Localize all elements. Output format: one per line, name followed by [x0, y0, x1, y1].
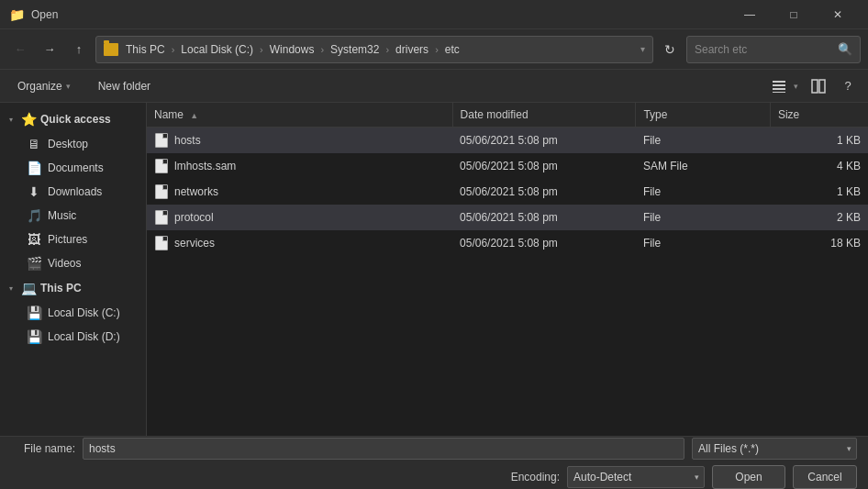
column-type[interactable]: Type [636, 103, 771, 128]
breadcrumb-etc: etc [445, 43, 460, 56]
title-bar: 📁 Open — □ ✕ [0, 0, 868, 29]
sidebar-item-documents[interactable]: 📄 Documents [0, 156, 146, 180]
maximize-button[interactable]: □ [773, 0, 815, 29]
column-name[interactable]: Name ▲ [147, 103, 452, 128]
svg-rect-4 [812, 80, 818, 93]
svg-rect-2 [773, 88, 785, 90]
svg-rect-3 [773, 92, 785, 93]
file-name-cell: networks [147, 179, 452, 205]
folder-icon [104, 43, 118, 56]
this-pc-label: This PC [40, 282, 82, 295]
file-name-cell: lmhosts.sam [147, 153, 452, 179]
organize-dropdown-icon: ▾ [66, 82, 71, 91]
quick-access-icon: ⭐ [20, 112, 37, 127]
sidebar-item-pictures[interactable]: 🖼 Pictures [0, 228, 146, 251]
pane-icon [811, 79, 826, 94]
table-row[interactable]: networks 05/06/2021 5:08 pm File 1 KB [147, 179, 868, 205]
help-button[interactable]: ? [835, 73, 861, 99]
view-list-button[interactable] [766, 73, 792, 99]
encoding-select[interactable]: Auto-DetectUTF-8UTF-16ANSI [567, 466, 705, 488]
sidebar-section-quick-access[interactable]: ▾ ⭐ Quick access [0, 106, 146, 132]
local-c-icon: 💾 [26, 306, 42, 320]
file-type-wrapper[interactable]: All Files (*.*)Text Files (*.txt)All Fil… [692, 438, 857, 460]
sidebar-item-music[interactable]: 🎵 Music [0, 204, 146, 228]
file-size: 18 KB [770, 230, 868, 256]
music-icon: 🎵 [26, 208, 42, 223]
encoding-wrapper[interactable]: Auto-DetectUTF-8UTF-16ANSI ▾ [567, 466, 705, 488]
sidebar: ▾ ⭐ Quick access 🖥 Desktop 📄 Documents ⬇… [0, 103, 147, 436]
sidebar-local-c-label: Local Disk (C:) [48, 306, 120, 319]
view-controls: ▾ ? [766, 73, 861, 99]
search-icon: 🔍 [838, 42, 852, 56]
sidebar-item-desktop[interactable]: 🖥 Desktop [0, 132, 146, 156]
search-box[interactable]: 🔍 [686, 36, 861, 63]
breadcrumb-windows: Windows [270, 43, 315, 56]
open-button[interactable]: Open [712, 465, 785, 489]
filename-row: File name: All Files (*.*)Text Files (*.… [11, 438, 857, 460]
file-type: File [636, 205, 771, 230]
file-modified: 05/06/2021 5:08 pm [452, 153, 636, 179]
breadcrumb-drivers: drivers [395, 43, 428, 56]
organize-button[interactable]: Organize ▾ [7, 74, 81, 98]
file-type: File [636, 179, 771, 205]
preview-pane-button[interactable] [806, 73, 831, 99]
table-row[interactable]: hosts 05/06/2021 5:08 pm File 1 KB [147, 128, 868, 153]
back-button[interactable]: ← [7, 37, 33, 62]
main-layout: ▾ ⭐ Quick access 🖥 Desktop 📄 Documents ⬇… [0, 103, 868, 436]
file-icon [154, 133, 169, 148]
file-size: 2 KB [770, 205, 868, 230]
sidebar-pictures-label: Pictures [48, 233, 87, 246]
file-type-select[interactable]: All Files (*.*)Text Files (*.txt)All Fil… [692, 438, 857, 460]
column-modified[interactable]: Date modified [452, 103, 636, 128]
file-table: Name ▲ Date modified Type Size [147, 103, 868, 256]
file-name-cell: hosts [147, 128, 452, 153]
forward-button[interactable]: → [37, 37, 62, 62]
svg-rect-0 [773, 81, 785, 83]
breadcrumb-localc: Local Disk (C:) [181, 43, 253, 56]
sidebar-documents-label: Documents [48, 161, 104, 174]
address-bar[interactable]: This PC › Local Disk (C:) › Windows › Sy… [95, 36, 653, 63]
column-size[interactable]: Size [770, 103, 868, 128]
file-modified: 05/06/2021 5:08 pm [452, 230, 636, 256]
new-folder-button[interactable]: New folder [88, 74, 161, 98]
sidebar-item-videos[interactable]: 🎬 Videos [0, 251, 146, 275]
quick-access-chevron: ▾ [6, 116, 17, 124]
file-size: 1 KB [770, 128, 868, 153]
sidebar-downloads-label: Downloads [48, 185, 102, 198]
sidebar-local-d-label: Local Disk (D:) [48, 330, 120, 343]
file-name-input[interactable] [83, 438, 684, 460]
file-size: 1 KB [770, 179, 868, 205]
local-d-icon: 💾 [26, 329, 42, 344]
sidebar-item-local-c[interactable]: 💾 Local Disk (C:) [0, 301, 146, 325]
sidebar-music-label: Music [48, 209, 76, 222]
organize-label: Organize [17, 80, 62, 93]
this-pc-icon: 💻 [20, 281, 37, 295]
sidebar-item-downloads[interactable]: ⬇ Downloads [0, 180, 146, 204]
search-input[interactable] [695, 43, 832, 56]
file-size: 4 KB [770, 153, 868, 179]
up-button[interactable]: ↑ [66, 37, 92, 62]
table-row[interactable]: services 05/06/2021 5:08 pm File 18 KB [147, 230, 868, 256]
file-list-container[interactable]: Name ▲ Date modified Type Size [147, 103, 868, 436]
svg-rect-5 [819, 80, 825, 93]
list-view-icon [772, 79, 786, 94]
file-name: protocol [174, 211, 214, 224]
table-row[interactable]: protocol 05/06/2021 5:08 pm File 2 KB [147, 205, 868, 230]
downloads-icon: ⬇ [26, 184, 42, 199]
title-bar-title: Open [31, 8, 729, 21]
sidebar-videos-label: Videos [48, 257, 81, 270]
file-name: lmhosts.sam [174, 160, 236, 172]
address-toolbar: ← → ↑ This PC › Local Disk (C:) › Window… [0, 29, 868, 70]
sidebar-item-local-d[interactable]: 💾 Local Disk (D:) [0, 325, 146, 349]
minimize-button[interactable]: — [729, 0, 771, 29]
desktop-icon: 🖥 [26, 137, 42, 151]
cancel-button[interactable]: Cancel [793, 465, 857, 489]
close-button[interactable]: ✕ [817, 0, 859, 29]
file-name: services [174, 237, 215, 250]
sort-icon: ▲ [190, 111, 198, 120]
address-dropdown-icon: ▾ [640, 44, 645, 54]
sidebar-desktop-label: Desktop [48, 138, 88, 150]
refresh-button[interactable]: ↻ [657, 37, 683, 62]
table-row[interactable]: lmhosts.sam 05/06/2021 5:08 pm SAM File … [147, 153, 868, 179]
sidebar-section-this-pc[interactable]: ▾ 💻 This PC [0, 275, 146, 301]
